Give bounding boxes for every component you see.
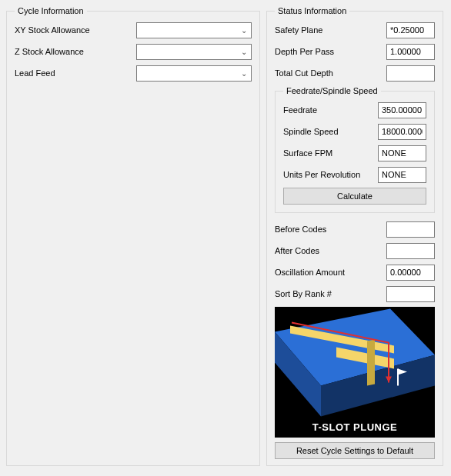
feedrate-row: Feedrate [283, 102, 426, 118]
feedrate-label: Feedrate [283, 105, 378, 115]
sort-rank-input[interactable] [386, 286, 435, 302]
tslot-plunge-graphic: T-SLOT PLUNGE [275, 307, 435, 438]
chevron-down-icon: ⌄ [238, 48, 249, 56]
oscillation-label: Oscillation Amount [275, 268, 386, 277]
reset-cycle-button[interactable]: Reset Cycle Settings to Default [275, 442, 435, 459]
lead-feed-combo[interactable]: ⌄ [136, 65, 252, 82]
units-per-rev-input[interactable] [378, 167, 426, 183]
spindle-speed-input[interactable] [378, 124, 426, 140]
z-stock-combo[interactable]: ⌄ [136, 44, 252, 60]
cycle-legend: Cycle Information [15, 6, 87, 15]
z-stock-row: Z Stock Allowance ⌄ [15, 43, 252, 60]
safety-plane-label: Safety Plane [275, 25, 386, 35]
after-codes-row: After Codes [275, 242, 435, 259]
surface-fpm-label: Surface FPM [283, 148, 378, 158]
total-cut-depth-label: Total Cut Depth [275, 68, 386, 78]
xy-stock-row: XY Stock Allowance ⌄ [15, 22, 252, 38]
total-cut-depth-row: Total Cut Depth [275, 65, 435, 82]
depth-per-pass-label: Depth Per Pass [275, 47, 386, 56]
lead-feed-row: Lead Feed ⌄ [15, 65, 252, 82]
feedrate-spindle-group: Feedrate/Spindle Speed Feedrate Spindle … [275, 86, 435, 213]
svg-marker-6 [367, 340, 375, 386]
feedrate-legend: Feedrate/Spindle Speed [283, 86, 381, 95]
depth-per-pass-row: Depth Per Pass [275, 43, 435, 60]
sort-rank-row: Sort By Rank # [275, 285, 435, 302]
z-stock-label: Z Stock Allowance [15, 47, 136, 56]
status-information-group: Status Information Safety Plane Depth Pe… [266, 6, 443, 466]
before-codes-input[interactable] [386, 221, 435, 238]
before-codes-label: Before Codes [275, 225, 386, 234]
surface-fpm-row: Surface FPM [283, 145, 426, 161]
before-codes-row: Before Codes [275, 221, 435, 238]
xy-stock-label: XY Stock Allowance [15, 25, 136, 35]
lead-feed-label: Lead Feed [15, 68, 136, 78]
surface-fpm-input[interactable] [378, 145, 426, 161]
tslot-caption: T-SLOT PLUNGE [275, 418, 435, 438]
feedrate-input[interactable] [378, 102, 426, 118]
calculate-button[interactable]: Calculate [283, 188, 426, 205]
oscillation-row: Oscillation Amount [275, 264, 435, 281]
xy-stock-combo[interactable]: ⌄ [136, 22, 252, 38]
chevron-down-icon: ⌄ [238, 69, 249, 78]
tslot-plunge-icon [275, 307, 435, 418]
after-codes-label: After Codes [275, 246, 386, 255]
units-per-rev-label: Units Per Revolution [283, 170, 378, 179]
sort-rank-label: Sort By Rank # [275, 289, 386, 298]
spindle-speed-row: Spindle Speed [283, 123, 426, 140]
status-legend: Status Information [275, 6, 349, 15]
oscillation-input[interactable] [386, 265, 435, 281]
safety-plane-input[interactable] [386, 22, 435, 38]
chevron-down-icon: ⌄ [238, 26, 249, 35]
units-per-rev-row: Units Per Revolution [283, 166, 426, 183]
total-cut-depth-input[interactable] [386, 65, 435, 82]
cycle-information-group: Cycle Information XY Stock Allowance ⌄ Z… [6, 6, 260, 466]
safety-plane-row: Safety Plane [275, 22, 435, 38]
spindle-speed-label: Spindle Speed [283, 127, 378, 136]
after-codes-input[interactable] [386, 243, 435, 259]
depth-per-pass-input[interactable] [386, 44, 435, 60]
